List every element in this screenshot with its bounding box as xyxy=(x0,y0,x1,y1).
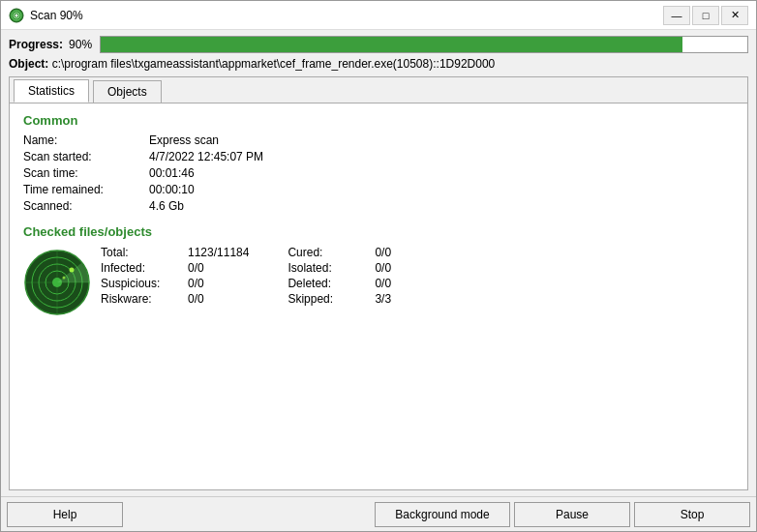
stats-val-suspicious: 0/0 xyxy=(188,277,204,290)
title-bar: Scan 90% — □ ✕ xyxy=(1,1,756,30)
stats-val-deleted: 0/0 xyxy=(375,277,391,290)
tab-statistics[interactable]: Statistics xyxy=(14,79,89,103)
stats-isolated: Isolated: 0/0 xyxy=(288,260,391,276)
progress-bar-fill xyxy=(101,37,682,52)
window-controls: — □ ✕ xyxy=(663,6,748,25)
maximize-button[interactable]: □ xyxy=(692,6,719,25)
progress-label: Progress: xyxy=(9,38,63,51)
info-row-remained: Time remained: 00:00:10 xyxy=(23,183,734,196)
info-val-time: 00:01:46 xyxy=(149,166,195,180)
stats-key-skipped: Skipped: xyxy=(288,292,375,306)
stats-key-cured: Cured: xyxy=(288,246,375,259)
minimize-button[interactable]: — xyxy=(663,6,690,25)
stats-val-cured: 0/0 xyxy=(375,246,391,259)
stats-key-total: Total: xyxy=(101,246,188,259)
stats-grid-container: Total: 1123/11184 Infected: 0/0 Suspicio… xyxy=(101,245,734,307)
info-val-name: Express scan xyxy=(149,133,219,147)
tab-objects[interactable]: Objects xyxy=(93,80,162,103)
info-key-time: Scan time: xyxy=(23,166,149,180)
tab-container: Statistics Objects Common Name: Express … xyxy=(9,76,748,490)
progress-bar-container xyxy=(100,36,748,53)
stats-val-riskware: 0/0 xyxy=(188,292,204,306)
app-icon xyxy=(9,8,24,23)
stats-right-col: Cured: 0/0 Isolated: 0/0 Deleted: 0/0 xyxy=(288,245,391,307)
object-label: Object: xyxy=(9,57,48,71)
stats-skipped: Skipped: 3/3 xyxy=(288,291,391,307)
radar-icon xyxy=(23,249,91,316)
progress-percent: 90% xyxy=(69,38,92,51)
svg-point-11 xyxy=(70,268,75,273)
stats-deleted: Deleted: 0/0 xyxy=(288,276,391,291)
info-row-started: Scan started: 4/7/2022 12:45:07 PM xyxy=(23,150,734,163)
stats-key-isolated: Isolated: xyxy=(288,261,375,275)
window-title: Scan 90% xyxy=(30,9,663,22)
info-row-name: Name: Express scan xyxy=(23,133,734,147)
info-key-name: Name: xyxy=(23,133,149,147)
common-info-table: Name: Express scan Scan started: 4/7/202… xyxy=(23,133,734,213)
stats-val-infected: 0/0 xyxy=(188,261,204,275)
stats-left-col: Total: 1123/11184 Infected: 0/0 Suspicio… xyxy=(101,245,249,307)
info-val-started: 4/7/2022 12:45:07 PM xyxy=(149,150,263,163)
object-value: c:\program files\txgameassistant\appmark… xyxy=(52,57,496,71)
info-val-remained: 00:00:10 xyxy=(149,183,195,196)
info-key-remained: Time remained: xyxy=(23,183,149,196)
stats-key-infected: Infected: xyxy=(101,261,188,275)
object-row: Object: c:\program files\txgameassistant… xyxy=(9,57,748,71)
stats-cured: Cured: 0/0 xyxy=(288,245,391,260)
bottom-bar: Help Background mode Pause Stop xyxy=(1,496,756,531)
stats-infected: Infected: 0/0 xyxy=(101,260,249,276)
info-val-scanned: 4.6 Gb xyxy=(149,199,184,213)
stats-val-isolated: 0/0 xyxy=(375,261,391,275)
checked-section-title: Checked files/objects xyxy=(23,224,734,239)
stats-key-suspicious: Suspicious: xyxy=(101,277,188,290)
stats-total: Total: 1123/11184 xyxy=(101,245,249,260)
stats-key-deleted: Deleted: xyxy=(288,277,375,290)
stats-val-skipped: 3/3 xyxy=(375,292,391,306)
stats-columns: Total: 1123/11184 Infected: 0/0 Suspicio… xyxy=(101,245,734,307)
stats-riskware: Riskware: 0/0 xyxy=(101,291,249,307)
stop-button[interactable]: Stop xyxy=(634,502,750,527)
close-button[interactable]: ✕ xyxy=(721,6,748,25)
common-section-title: Common xyxy=(23,113,734,128)
help-button[interactable]: Help xyxy=(7,502,123,527)
info-row-scanned: Scanned: 4.6 Gb xyxy=(23,199,734,213)
stats-suspicious: Suspicious: 0/0 xyxy=(101,276,249,291)
stats-main: Total: 1123/11184 Infected: 0/0 Suspicio… xyxy=(23,245,734,316)
info-row-time: Scan time: 00:01:46 xyxy=(23,166,734,180)
info-key-started: Scan started: xyxy=(23,150,149,163)
progress-row: Progress: 90% xyxy=(9,36,748,53)
stats-val-total: 1123/11184 xyxy=(188,246,249,259)
stats-key-riskware: Riskware: xyxy=(101,292,188,306)
info-key-scanned: Scanned: xyxy=(23,199,149,213)
main-window: Scan 90% — □ ✕ Progress: 90% Object: c:\… xyxy=(0,0,757,532)
tab-bar: Statistics Objects xyxy=(10,77,747,103)
background-mode-button[interactable]: Background mode xyxy=(375,502,510,527)
bottom-btn-group: Background mode Pause Stop xyxy=(375,502,750,527)
svg-point-12 xyxy=(63,277,66,280)
pause-button[interactable]: Pause xyxy=(514,502,630,527)
svg-point-3 xyxy=(15,14,18,16)
content-area: Progress: 90% Object: c:\program files\t… xyxy=(1,30,756,496)
tab-content-statistics: Common Name: Express scan Scan started: … xyxy=(10,103,747,489)
